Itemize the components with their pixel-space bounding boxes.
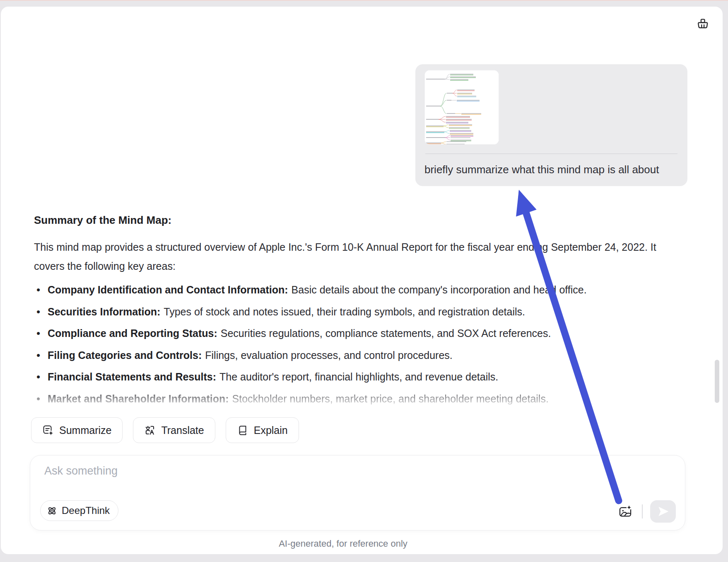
explain-label: Explain bbox=[254, 424, 288, 436]
image-sparkle-icon bbox=[618, 504, 632, 518]
bullet-item: Securities Information:Types of stock an… bbox=[34, 304, 683, 319]
clear-chat-button[interactable] bbox=[693, 16, 711, 34]
explain-button[interactable]: Explain bbox=[226, 417, 299, 443]
deepthink-atom-icon bbox=[46, 505, 58, 516]
ai-assistant-panel: briefly summarize what this mind map is … bbox=[1, 7, 723, 554]
translate-label: Translate bbox=[161, 424, 204, 436]
summarize-label: Summarize bbox=[59, 424, 111, 436]
broom-icon bbox=[695, 18, 709, 32]
bubble-divider bbox=[425, 153, 677, 154]
deepthink-toggle[interactable]: DeepThink bbox=[40, 500, 118, 521]
translate-icon bbox=[144, 424, 156, 436]
mind-map-thumbnail[interactable] bbox=[424, 70, 499, 145]
quick-actions-row: Summarize Translate bbox=[31, 417, 299, 443]
composer-divider bbox=[642, 504, 643, 518]
send-plane-icon bbox=[656, 505, 670, 518]
deepthink-label: DeepThink bbox=[62, 505, 110, 516]
assistant-response: Summary of the Mind Map: This mind map p… bbox=[34, 214, 683, 413]
explain-icon bbox=[237, 424, 248, 436]
scrollbar-thumb[interactable] bbox=[715, 360, 719, 403]
response-bullet-list: Company Identification and Contact Infor… bbox=[34, 282, 683, 406]
attach-image-button[interactable] bbox=[616, 502, 634, 521]
ask-input[interactable] bbox=[44, 465, 624, 494]
bullet-item-faded: Market and Shareholder Information:Stock… bbox=[34, 391, 683, 406]
user-message-bubble: briefly summarize what this mind map is … bbox=[415, 64, 687, 186]
user-message-text: briefly summarize what this mind map is … bbox=[424, 162, 678, 177]
disclaimer-text: AI-generated, for reference only bbox=[1, 538, 685, 549]
summarize-icon bbox=[42, 424, 54, 436]
bullet-item: Financial Statements and Results:The aud… bbox=[34, 369, 683, 384]
send-button[interactable] bbox=[650, 500, 676, 523]
composer-right-controls bbox=[616, 500, 676, 523]
bullet-item: Filing Categories and Controls:Filings, … bbox=[34, 348, 683, 363]
summarize-button[interactable]: Summarize bbox=[31, 417, 123, 443]
window-top-border bbox=[0, 0, 728, 1]
response-intro: This mind map provides a structured over… bbox=[34, 237, 683, 276]
bullet-item: Compliance and Reporting Status:Securiti… bbox=[34, 326, 683, 341]
translate-button[interactable]: Translate bbox=[133, 417, 215, 443]
response-heading: Summary of the Mind Map: bbox=[34, 214, 683, 227]
composer: DeepThink bbox=[30, 455, 685, 531]
bullet-item: Company Identification and Contact Infor… bbox=[34, 282, 683, 297]
